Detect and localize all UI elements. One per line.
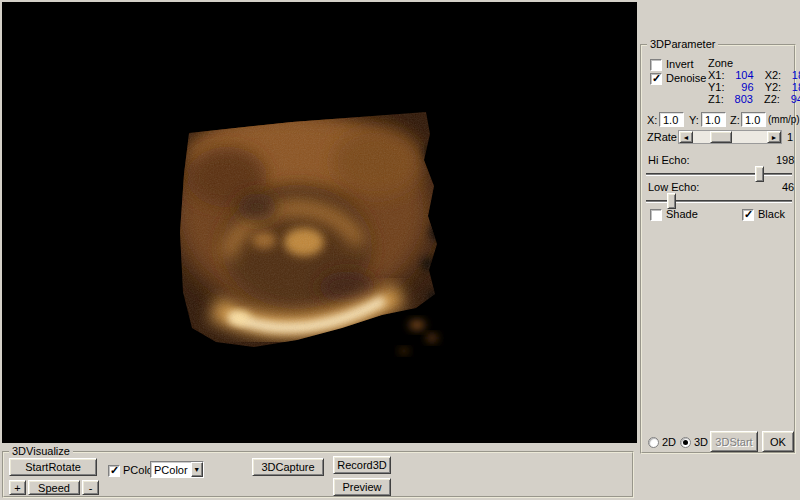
start-rotate-button[interactable]: StartRotate: [9, 458, 97, 476]
denoise-checkbox[interactable]: [650, 73, 662, 85]
app-window: 3DParameter Invert Denoise Zone X1: 104 …: [0, 0, 800, 500]
zrate-right-arrow-icon[interactable]: ►: [767, 131, 781, 143]
pcolor-combobox-value: PColor: [151, 464, 191, 476]
denoise-label: Denoise: [666, 72, 706, 84]
mode-2d-radio[interactable]: [648, 437, 659, 448]
hi-echo-slider-track: [646, 173, 792, 176]
zone-x1-label: X1:: [708, 69, 725, 81]
invert-label: Invert: [666, 58, 694, 70]
zone-row-z: Z1: 803 Z2: 941: [708, 93, 800, 105]
low-echo-value: 46: [782, 181, 794, 193]
preview-button[interactable]: Preview: [333, 478, 391, 496]
hi-echo-slider[interactable]: [646, 166, 792, 182]
mode-3d-label: 3D: [694, 436, 708, 448]
zone-z1-value: 803: [727, 93, 753, 105]
zone-x2-value: 189: [784, 69, 800, 81]
zrate-scrollbar[interactable]: ◄ ►: [678, 130, 782, 144]
zrate-left-arrow-icon[interactable]: ◄: [679, 131, 693, 143]
low-echo-slider-thumb[interactable]: [667, 193, 676, 209]
black-label: Black: [758, 208, 785, 220]
speed-plus-button[interactable]: +: [9, 480, 26, 495]
zone-x1-value: 104: [728, 69, 754, 81]
speed-button[interactable]: Speed: [28, 480, 80, 495]
ultrasound-3d-render: [2, 2, 637, 445]
zone-y1-value: 96: [728, 81, 754, 93]
zone-y1-label: Y1:: [708, 81, 725, 93]
zrate-scrollbar-thumb[interactable]: [710, 131, 732, 143]
hi-echo-label: Hi Echo:: [648, 154, 690, 166]
shade-checkbox[interactable]: [650, 209, 662, 221]
shade-label: Shade: [666, 208, 698, 220]
scale-x-label: X:: [647, 114, 657, 126]
visualize-groupbox: 3DVisualize StartRotate + Speed - PColor…: [2, 451, 634, 498]
zone-z1-label: Z1:: [708, 93, 724, 105]
scale-y-label: Y:: [689, 114, 699, 126]
3dcapture-button[interactable]: 3DCapture: [252, 458, 324, 476]
zone-x2-label: X2:: [765, 69, 782, 81]
scale-y-input[interactable]: [701, 112, 726, 127]
hi-echo-slider-thumb[interactable]: [755, 166, 764, 182]
scale-z-input[interactable]: [741, 112, 766, 127]
low-echo-slider[interactable]: [646, 193, 792, 209]
mode-2d-label: 2D: [662, 436, 676, 448]
zone-z2-value: 941: [783, 93, 800, 105]
zrate-value: 1: [787, 131, 793, 143]
3dstart-button[interactable]: 3DStart: [710, 431, 758, 452]
zone-row-y: Y1: 96 Y2: 180: [708, 81, 800, 93]
invert-checkbox[interactable]: [650, 59, 662, 71]
visualize-panel: 3DVisualize StartRotate + Speed - PColor…: [0, 443, 637, 500]
hi-echo-value: 198: [776, 154, 794, 166]
mode-3d-radio[interactable]: [680, 437, 691, 448]
pcolor-combobox-arrow-icon[interactable]: ▼: [191, 462, 203, 477]
zone-y2-value: 180: [784, 81, 800, 93]
record3d-button[interactable]: Record3D: [333, 456, 391, 474]
black-checkbox[interactable]: [742, 209, 754, 221]
parameter-groupbox: 3DParameter Invert Denoise Zone X1: 104 …: [640, 44, 796, 454]
pcolor-combobox[interactable]: PColor ▼: [150, 461, 204, 478]
speed-minus-button[interactable]: -: [82, 480, 99, 495]
parameter-panel: 3DParameter Invert Denoise Zone X1: 104 …: [637, 0, 800, 500]
visualize-group-title: 3DVisualize: [9, 445, 73, 457]
zone-title: Zone: [708, 57, 733, 69]
scale-x-input[interactable]: [659, 112, 684, 127]
zone-row-x: X1: 104 X2: 189: [708, 69, 800, 81]
scale-unit-label: (mm/p): [768, 114, 800, 125]
zone-z2-label: Z2:: [764, 93, 780, 105]
zrate-label: ZRate: [647, 131, 677, 143]
pcolor-checkbox[interactable]: [108, 465, 120, 477]
low-echo-label: Low Echo:: [648, 181, 699, 193]
scale-z-label: Z:: [730, 114, 740, 126]
ok-button[interactable]: OK: [762, 431, 794, 452]
zone-y2-label: Y2:: [765, 81, 782, 93]
parameter-group-title: 3DParameter: [647, 38, 718, 50]
ultrasound-viewport[interactable]: [2, 2, 637, 445]
